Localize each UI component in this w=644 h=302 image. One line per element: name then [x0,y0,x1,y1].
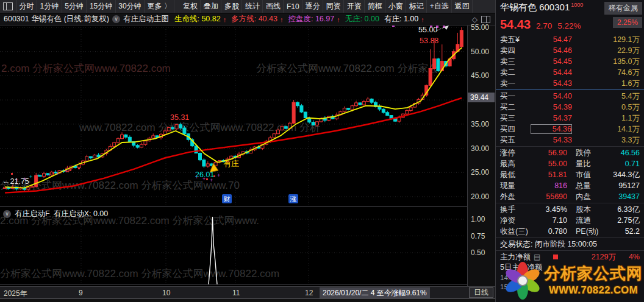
up-arrow-icon: ↑ [223,16,227,23]
indicator-value: 多方线: 40.43 [231,14,277,24]
svg-text:+: + [65,168,68,174]
toolbar-item[interactable]: 开资 [344,0,365,13]
book-level-row[interactable]: 卖一54.431.6万 [496,78,644,89]
watermark: 分析家公式网www.70822.com 分析家公 [256,63,438,74]
last-price: 54.43 [500,18,531,32]
quote-stats-2: 换手3.45%股本6.33亿净资7.10流通2.75亿收益(三)0.780PE(… [496,204,644,237]
price-tick: 55.00 [471,24,489,31]
indicator-value: 有庄: 1.00 [384,14,418,24]
toolbar-item[interactable]: F10 [284,0,302,13]
app-window: 分时1分钟5分钟15分钟30分钟更多 〉复权叠加多股统计画线F10逐分同资开资简… [0,0,644,302]
period-selector[interactable]: 日线 [469,287,493,298]
trend-line [5,98,462,193]
stat-row: 最高55.00量比0.71 [496,158,644,169]
main-indicator-name[interactable]: 有庄启动主图 [123,14,169,24]
toolbar-item[interactable]: 简框 [365,0,385,13]
chart-annotation: ←21.75 [2,177,29,186]
sub-chart-header: ∨ 有庄启动F 有庄启动X: 0.00 [0,209,108,219]
candlestick-chart[interactable]: 2.com 分析家公式网www.70822.com分析家公式网www.70822… [0,26,467,286]
logo-line2: WWW.70822.COM [549,284,638,296]
time-axis[interactable]: 2025年 2026/01/20/二 4 至今涨幅9.61% 日线 910111… [0,286,495,298]
chart-annotation: 55.00 [418,26,437,34]
toolbar-item[interactable]: 逐分 [302,0,323,13]
bottom-strip [0,298,495,302]
price-change-pct: 5.22% [557,21,581,30]
book-level-row[interactable]: 买三54.371.1万 [496,113,644,124]
price-tick: 35.00 [471,121,489,128]
sector-chip[interactable]: 稀有金属 [604,2,642,15]
toolbar-item[interactable]: 小窗 [385,0,406,13]
book-level-row[interactable]: 买五54.333.3万 [496,135,644,146]
current-date-label: 2026/01/20/二 4 至今涨幅9.61% [320,287,430,299]
axis-price-marker: 39.44 [468,93,495,102]
stat-row: 涨停56.90跌停46.56 [496,147,644,158]
book-level-row[interactable]: 卖四54.4622.9万 [496,45,644,56]
svg-text:涨: 涨 [290,195,297,203]
up-arrow-icon: ↑ [421,16,424,23]
book-level-row[interactable]: 买二54.390.5万 [496,102,644,113]
price-axis[interactable]: 55.0050.0045.0035.0030.0025.0020.0039.44… [467,26,495,286]
toolbar-item[interactable]: 分时 [16,0,37,13]
header-tools: ◇ [472,15,490,24]
price-tick: 50.00 [471,48,489,55]
price-change: 2.70 [536,21,552,30]
axis-month-label: 9 [79,289,83,297]
chart-annotation: 35.31 [170,113,189,122]
book-level-row[interactable]: 买四54.3614.1万 [496,124,644,135]
indicator-value: 无庄: 0.00 [345,14,379,24]
split-view-icon[interactable] [481,16,490,23]
book-level-row[interactable]: 买一54.405.4万 [496,91,644,102]
book-divider [496,90,644,90]
toolbar-item[interactable]: 多股 [221,0,242,13]
watermark: 2.com 分析家公式网www.70822.com [1,63,171,74]
chart-title: 600301 华锡有色 (日线.前复权) [4,14,109,24]
toolbar-item[interactable]: 5分钟 [62,0,87,13]
toolbar-item[interactable]: 同资 [323,0,344,13]
up-arrow-icon: ↑ [280,16,284,23]
window-layout-icon[interactable] [0,0,16,13]
sector-change-chip[interactable]: 2.25% [613,17,642,28]
toolbar: 分时1分钟5分钟15分钟30分钟更多 〉复权叠加多股统计画线F10逐分同资开资简… [0,0,495,13]
quote-stats: 涨停56.90跌停46.56最高55.00量比0.71最低51.81市值344.… [496,147,644,202]
watermark: 分析家公式网www.70822.com 分析家公式网www.70822.com [0,268,279,279]
event-badge[interactable]: 财 [222,194,232,203]
axis-year-label: 2025年 [4,289,27,299]
bid-levels: 买一54.405.4万买二54.390.5万买三54.371.1万买四54.36… [496,91,644,146]
axis-month-label: 10 [162,289,170,297]
diamond-icon[interactable]: ◇ [472,15,478,24]
axis-month-label: 11 [232,289,240,297]
sub-indicator-name[interactable]: 有庄启动F [15,209,50,219]
svg-text:+: + [217,172,220,178]
book-level-row[interactable]: 卖二54.4474.6万 [496,67,644,78]
stat-row: 净资7.10流通2.75亿 [496,215,644,226]
book-level-row[interactable]: 卖五¥54.47129.1万 [496,34,644,45]
ask-levels: 卖五¥54.47129.1万卖四54.4622.9万卖三54.45135.0万卖… [496,34,644,89]
flower-logo-icon [503,258,543,301]
watermark: www.70822.com 分析家公式网www.70822.com 分析 [79,122,320,133]
toolbar-item[interactable]: 标记 [406,0,427,13]
chevron-circle-icon[interactable]: ∨ [112,15,120,23]
toolbar-item[interactable]: 1分钟 [37,0,62,13]
book-level-row[interactable]: 卖三54.45135.0万 [496,56,644,67]
indicator-value: 生命线: 50.82 [174,14,221,24]
site-logo: 分析家公式网 WWW.70822.COM [503,258,643,301]
toolbar-item[interactable]: 复权 [180,0,201,13]
toolbar-item[interactable]: +自选 [427,0,452,13]
toolbar-item[interactable]: 画线 [263,0,284,13]
svg-text:+: + [29,174,32,180]
chart-header: 600301 华锡有色 (日线.前复权) ∨ 有庄启动主图 生命线: 50.82… [0,13,495,26]
toolbar-item[interactable]: 统计 [242,0,263,13]
sub-indicator-value: 有庄启动X: 0.00 [54,209,109,219]
toolbar-item[interactable]: 30分钟 [116,0,145,13]
price-tick: 20.00 [471,193,489,200]
toolbar-item[interactable]: 15分钟 [87,0,115,13]
stat-row: 外盘55690内盘39437 [496,191,644,202]
toolbar-item[interactable]: 更多 〉 [145,0,174,13]
quote-panel: 华锡有色 6003011000 稀有金属 2.25% 54.43 2.70 5.… [495,0,644,302]
chevron-circle-icon[interactable]: ∨ [3,210,11,218]
event-badge[interactable]: 涨 [288,194,298,203]
logo-line1: 分析家公式网 [544,263,643,284]
stat-row: 收益(三)0.780PE(动)52.2 [496,226,644,237]
toolbar-item[interactable]: 返回 [452,0,473,13]
toolbar-item[interactable]: 叠加 [201,0,221,13]
